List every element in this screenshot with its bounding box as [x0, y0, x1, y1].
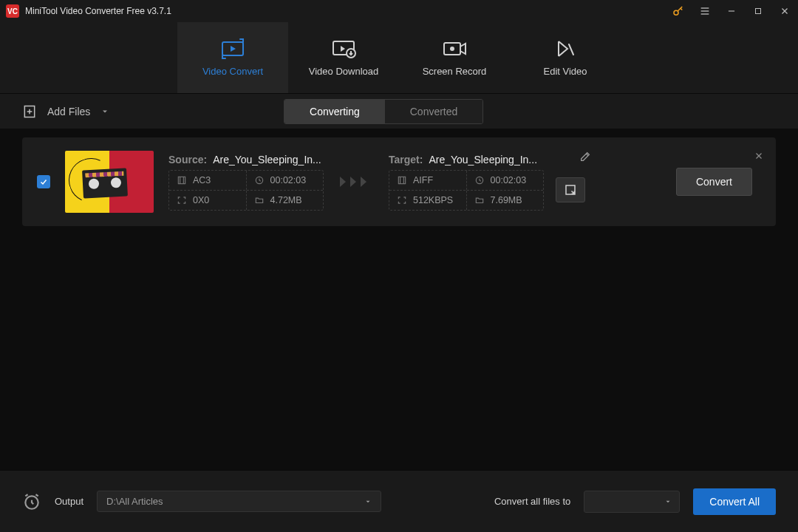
- chevron-down-icon: [664, 498, 672, 505]
- source-duration: 00:02:03: [270, 175, 307, 185]
- target-duration: 00:02:03: [491, 175, 527, 185]
- main-tabs: Video Convert Video Download Screen Reco…: [0, 22, 798, 93]
- download-icon: [330, 39, 357, 58]
- file-checkbox[interactable]: [37, 175, 50, 188]
- convert-to-label: Convert all files to: [494, 496, 570, 507]
- tab-label: Edit Video: [543, 66, 587, 77]
- tab-video-convert[interactable]: Video Convert: [177, 22, 288, 93]
- source-size: 4.72MB: [270, 195, 302, 205]
- convert-all-button[interactable]: Convert All: [693, 488, 776, 515]
- source-label: Source:: [168, 154, 207, 166]
- svg-point-0: [674, 10, 678, 15]
- source-info: Source: Are_You_Sleeping_In... AC3 00:02…: [168, 154, 324, 211]
- convert-to-select[interactable]: [584, 491, 680, 513]
- tab-label: Video Convert: [202, 66, 263, 77]
- source-codec: AC3: [193, 175, 211, 185]
- file-thumbnail: [65, 151, 154, 213]
- tab-video-download[interactable]: Video Download: [288, 22, 399, 93]
- clock-icon: [474, 175, 485, 185]
- titlebar: VC MiniTool Video Converter Free v3.7.1: [0, 0, 798, 22]
- add-files-label: Add Files: [47, 106, 90, 117]
- status-tabs: Converting Converted: [284, 99, 483, 124]
- menu-icon[interactable]: [698, 4, 712, 18]
- upgrade-key-icon[interactable]: [671, 4, 686, 18]
- target-format-button[interactable]: [556, 177, 585, 202]
- output-path-value: D:\All Articles: [106, 496, 163, 507]
- edit-target-button[interactable]: [579, 151, 591, 163]
- output-label: Output: [55, 496, 83, 507]
- chevron-down-icon: [364, 498, 372, 505]
- target-codec: AIFF: [413, 175, 433, 185]
- file-row: Source: Are_You_Sleeping_In... AC3 00:02…: [22, 137, 776, 226]
- file-list: Source: Are_You_Sleeping_In... AC3 00:02…: [0, 129, 798, 470]
- minimize-button[interactable]: [724, 4, 739, 18]
- clock-icon: [254, 175, 265, 185]
- svg-rect-5: [756, 9, 761, 14]
- add-files-button[interactable]: Add Files: [22, 104, 109, 119]
- edit-icon: [552, 39, 579, 58]
- arrow-separator-icon: [338, 174, 374, 190]
- convert-icon: [219, 39, 246, 58]
- codec-icon: [177, 175, 187, 185]
- chevron-down-icon: [100, 107, 109, 116]
- target-filename: Are_You_Sleeping_In...: [429, 154, 537, 166]
- toolbar: Add Files Converting Converted: [0, 93, 798, 129]
- app-title: MiniTool Video Converter Free v3.7.1: [25, 6, 671, 16]
- add-file-icon: [22, 104, 37, 119]
- svg-point-12: [450, 47, 454, 51]
- tab-label: Screen Record: [423, 66, 487, 77]
- source-filename: Are_You_Sleeping_In...: [213, 154, 321, 166]
- target-bitrate: 512KBPS: [413, 195, 453, 205]
- source-resolution: 0X0: [193, 195, 209, 205]
- tab-screen-record[interactable]: Screen Record: [399, 22, 510, 93]
- codec-icon: [397, 175, 407, 185]
- remove-file-button[interactable]: [754, 151, 764, 161]
- svg-rect-20: [398, 177, 405, 183]
- target-size: 7.69MB: [491, 195, 522, 205]
- tab-label: Video Download: [309, 66, 378, 77]
- size-icon: [254, 195, 265, 205]
- resolution-icon: [177, 195, 187, 205]
- footer: Output D:\All Articles Convert all files…: [0, 470, 798, 532]
- close-button[interactable]: [777, 4, 792, 18]
- target-info: Target: Are_You_Sleeping_In... AIFF 00:0…: [389, 154, 585, 211]
- schedule-icon[interactable]: [22, 492, 41, 511]
- tab-converting[interactable]: Converting: [284, 100, 385, 123]
- tab-edit-video[interactable]: Edit Video: [510, 22, 621, 93]
- target-label: Target:: [389, 154, 423, 166]
- maximize-button[interactable]: [751, 4, 765, 18]
- size-icon: [474, 195, 485, 205]
- bitrate-icon: [397, 195, 407, 205]
- app-logo: VC: [6, 4, 19, 18]
- record-icon: [441, 39, 468, 58]
- convert-button[interactable]: Convert: [676, 168, 752, 196]
- output-path-select[interactable]: D:\All Articles: [97, 491, 381, 512]
- tab-converted[interactable]: Converted: [385, 100, 483, 123]
- svg-rect-16: [178, 177, 185, 183]
